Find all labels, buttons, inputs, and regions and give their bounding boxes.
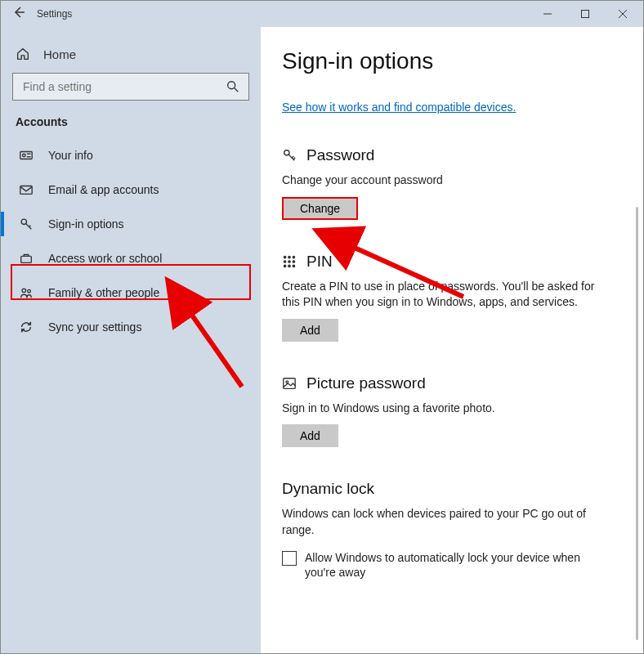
sidebar-item-email[interactable]: Email & app accounts — [1, 172, 261, 207]
people-icon — [19, 285, 34, 300]
sidebar-item-label: Access work or school — [48, 252, 162, 265]
id-card-icon — [19, 148, 34, 163]
svg-point-28 — [288, 265, 290, 267]
image-icon — [282, 376, 297, 391]
svg-point-22 — [288, 256, 290, 258]
sync-icon — [19, 320, 34, 334]
window-title: Settings — [37, 8, 72, 20]
section-desc: Sign in to Windows using a favorite phot… — [282, 401, 609, 417]
key-icon — [282, 148, 297, 163]
svg-rect-12 — [21, 256, 32, 262]
svg-point-25 — [288, 260, 290, 262]
titlebar: Settings — [1, 1, 643, 27]
svg-line-10 — [26, 224, 32, 230]
svg-point-24 — [284, 260, 285, 262]
svg-point-2 — [228, 82, 235, 89]
scrollbar[interactable] — [636, 207, 638, 640]
dynamic-lock-section: Dynamic lock Windows can lock when devic… — [282, 480, 614, 580]
key-icon — [19, 217, 34, 231]
section-heading: Picture password — [306, 374, 426, 392]
sidebar-item-label: Sign-in options — [48, 217, 124, 231]
svg-point-13 — [22, 289, 26, 293]
section-heading: Dynamic lock — [282, 480, 374, 498]
sidebar-item-your-info[interactable]: Your info — [1, 138, 261, 172]
pin-keypad-icon — [282, 254, 297, 269]
svg-point-23 — [293, 256, 294, 258]
page-title: Sign-in options — [282, 48, 614, 74]
sidebar-item-label: Family & other people — [48, 286, 159, 299]
password-section: Password Change your account password Ch… — [282, 146, 614, 220]
back-button[interactable] — [1, 6, 37, 22]
svg-point-26 — [293, 260, 294, 262]
home-label: Home — [43, 47, 76, 61]
dynamic-lock-checkbox[interactable]: Allow Windows to automatically lock your… — [282, 550, 609, 581]
svg-line-19 — [293, 158, 295, 159]
svg-rect-8 — [20, 186, 32, 195]
change-password-button[interactable]: Change — [282, 197, 358, 220]
briefcase-icon — [19, 251, 34, 266]
search-icon — [226, 79, 240, 94]
sidebar-item-label: Email & app accounts — [48, 183, 159, 196]
sidebar-item-label: Sync your settings — [48, 320, 141, 334]
svg-point-16 — [284, 150, 289, 155]
svg-line-18 — [292, 156, 293, 158]
sidebar-section-label: Accounts — [12, 115, 249, 128]
svg-point-31 — [286, 381, 288, 383]
sidebar: Home Accounts Your info Email & app acco… — [1, 27, 261, 653]
search-input[interactable] — [21, 79, 226, 94]
main-content: Sign-in options See how it works and fin… — [261, 27, 643, 653]
sidebar-item-signin[interactable]: Sign-in options — [1, 207, 261, 241]
minimize-button[interactable] — [529, 1, 566, 27]
close-button[interactable] — [604, 1, 642, 27]
svg-point-5 — [23, 154, 26, 157]
section-heading: PIN — [306, 253, 333, 271]
checkbox-label: Allow Windows to automatically lock your… — [305, 550, 609, 581]
pin-section: PIN Create a PIN to use in place of pass… — [282, 253, 614, 342]
section-desc: Create a PIN to use in place of password… — [282, 279, 609, 311]
svg-point-14 — [28, 289, 31, 293]
section-desc: Windows can lock when devices paired to … — [282, 506, 609, 538]
svg-point-29 — [293, 265, 294, 267]
svg-line-3 — [235, 88, 239, 92]
search-box[interactable] — [12, 73, 249, 101]
mail-icon — [19, 182, 34, 197]
sidebar-item-work[interactable]: Access work or school — [1, 241, 261, 275]
svg-point-21 — [284, 256, 285, 258]
picture-password-section: Picture password Sign in to Windows usin… — [282, 374, 614, 448]
sidebar-item-label: Your info — [48, 149, 93, 162]
help-link[interactable]: See how it works and find compatible dev… — [282, 101, 516, 114]
sidebar-item-family[interactable]: Family & other people — [1, 275, 261, 310]
svg-rect-1 — [582, 11, 589, 18]
section-desc: Change your account password — [282, 172, 609, 189]
checkbox-box[interactable] — [282, 551, 297, 566]
add-pin-button[interactable]: Add — [282, 319, 338, 342]
home-icon — [16, 47, 30, 61]
home-nav[interactable]: Home — [12, 40, 249, 73]
section-heading: Password — [306, 146, 374, 164]
sidebar-item-sync[interactable]: Sync your settings — [1, 310, 261, 344]
svg-point-9 — [21, 219, 26, 224]
svg-line-11 — [29, 226, 31, 227]
maximize-button[interactable] — [566, 1, 604, 27]
svg-point-27 — [284, 265, 285, 267]
add-picture-password-button[interactable]: Add — [282, 424, 338, 447]
